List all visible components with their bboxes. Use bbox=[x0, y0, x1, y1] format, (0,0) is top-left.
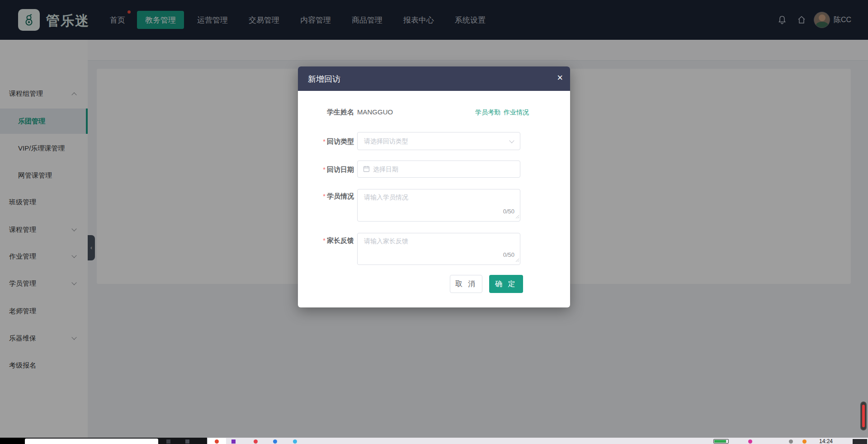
taskbar-app-icon[interactable] bbox=[166, 439, 170, 444]
os-taskbar: 14:24 bbox=[0, 438, 868, 444]
taskbar-app-icon-blue[interactable] bbox=[273, 439, 277, 444]
taskbar-app-icon[interactable] bbox=[185, 439, 189, 444]
student-name-label: 学生姓名 bbox=[298, 108, 354, 117]
taskbar-app-icon-pink[interactable] bbox=[254, 439, 258, 444]
char-counter: 0/50 bbox=[503, 208, 514, 215]
tray-icon-gray[interactable] bbox=[789, 439, 793, 444]
battery-icon bbox=[713, 439, 729, 444]
followup-type-select[interactable]: 请选择回访类型 bbox=[357, 132, 520, 150]
student-name-value: MANGGUO bbox=[357, 108, 393, 116]
modal-title: 新增回访 bbox=[308, 74, 340, 85]
required-asterisk: * bbox=[323, 137, 326, 145]
show-desktop-button[interactable] bbox=[853, 439, 867, 444]
tray-icon-orange[interactable] bbox=[802, 439, 807, 444]
required-asterisk: * bbox=[323, 165, 326, 173]
tray-icon-pink[interactable] bbox=[748, 439, 752, 444]
attendance-link[interactable]: 学员考勤 bbox=[475, 109, 500, 117]
followup-type-label: *回访类型 bbox=[298, 137, 354, 146]
parent-feedback-label: *家长反馈 bbox=[298, 236, 354, 245]
student-situation-textarea[interactable]: 请输入学员情况 0/50 bbox=[357, 189, 520, 222]
calendar-icon bbox=[363, 165, 370, 174]
student-situation-label: *学员情况 bbox=[298, 192, 354, 201]
homework-link[interactable]: 作业情况 bbox=[504, 109, 529, 117]
screen: 管乐迷 首页 教务管理 运营管理 交易管理 内容管理 商品管理 报表中心 系统设… bbox=[0, 0, 868, 444]
char-counter: 0/50 bbox=[503, 251, 514, 258]
followup-date-input[interactable]: 选择日期 bbox=[357, 161, 520, 178]
required-asterisk: * bbox=[323, 192, 326, 200]
add-followup-modal: 新增回访 × 学生姓名 MANGGUO 学员考勤 作业情况 *回访类型 请选择回… bbox=[298, 66, 570, 307]
parent-feedback-textarea[interactable]: 请输入家长反馈 0/50 bbox=[357, 233, 520, 265]
resize-grip-icon[interactable] bbox=[515, 212, 519, 220]
close-icon[interactable]: × bbox=[557, 72, 563, 84]
cancel-button[interactable]: 取 消 bbox=[450, 275, 482, 293]
taskbar-clock: 14:24 bbox=[819, 438, 833, 444]
scrollbar-red-fill bbox=[862, 405, 865, 427]
chevron-down-icon bbox=[509, 138, 514, 143]
taskbar-app-icon-cyan[interactable] bbox=[293, 439, 297, 444]
scrollbar-thumb[interactable] bbox=[860, 401, 867, 430]
start-button[interactable] bbox=[0, 438, 25, 444]
confirm-button[interactable]: 确 定 bbox=[489, 275, 523, 293]
followup-date-label: *回访日期 bbox=[298, 165, 354, 174]
taskbar-app-icon-purple[interactable] bbox=[231, 439, 236, 444]
resize-grip-icon[interactable] bbox=[515, 255, 519, 264]
taskbar-search-box[interactable] bbox=[25, 439, 158, 444]
taskbar-app-icon-red[interactable] bbox=[215, 439, 219, 444]
required-asterisk: * bbox=[323, 236, 326, 244]
